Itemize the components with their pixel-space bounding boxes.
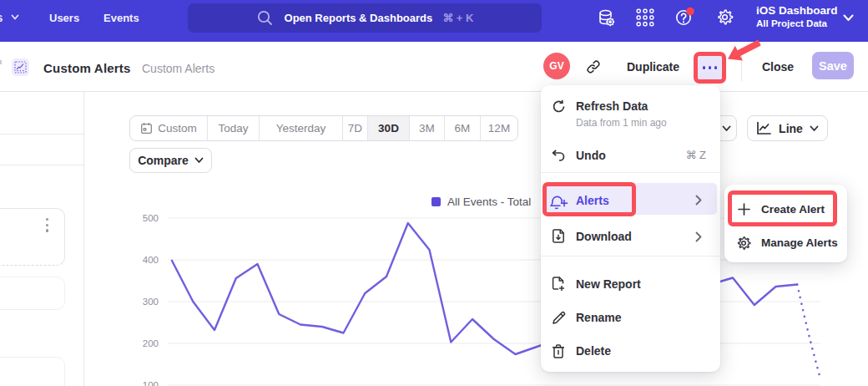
svg-text:100: 100: [143, 380, 159, 386]
svg-text:200: 200: [143, 338, 159, 348]
svg-text:500: 500: [143, 213, 159, 223]
svg-text:400: 400: [143, 255, 159, 265]
svg-text:300: 300: [143, 297, 159, 307]
svg-text:All Events - Total: All Events - Total: [447, 196, 531, 208]
